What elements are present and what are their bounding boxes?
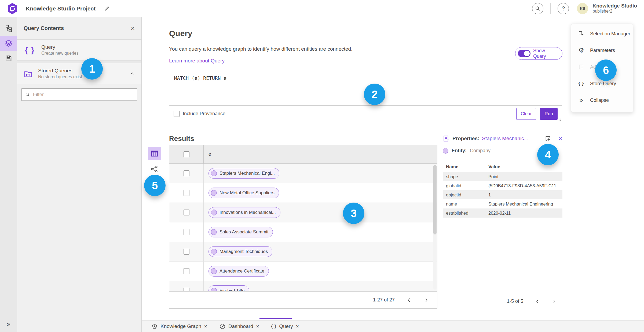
show-query-toggle[interactable]: Show Query (515, 47, 562, 60)
property-row[interactable]: name Staplers Mechanical Engineering (443, 199, 562, 208)
search-button[interactable] (532, 3, 543, 14)
tab-query[interactable]: { } Query ✕ (265, 320, 305, 332)
braces-icon: { } (24, 46, 36, 55)
tool-collapse[interactable]: » Collapse (571, 92, 633, 109)
entity-pill[interactable]: Firebird Title (208, 285, 249, 291)
add-to-artifact-icon (578, 64, 584, 70)
chevron-up-icon[interactable] (130, 71, 135, 76)
entity-pill[interactable]: Sales Associate Summit (208, 227, 273, 237)
table-row[interactable]: New Metal Office Suppliers (169, 183, 437, 203)
results-table-body: Staplers Mechanical Engi... New Metal Of… (169, 164, 437, 291)
query-contents-panel: Query Contents ✕ { } Query Create new qu… (17, 17, 142, 332)
tab-dashboard[interactable]: Dashboard ✕ (213, 320, 265, 332)
results-table: e Staplers Mechanical Engi... New Metal … (169, 145, 437, 309)
property-row[interactable]: shape Point (443, 172, 562, 181)
toggle-switch[interactable] (518, 50, 530, 57)
close-tab-icon[interactable]: ✕ (256, 324, 259, 329)
learn-more-link[interactable]: Learn more about Query (169, 58, 225, 64)
table-row[interactable]: Firebird Title (169, 281, 437, 291)
link-chart-view-button[interactable] (151, 165, 159, 173)
table-view-button[interactable] (148, 147, 161, 160)
close-tab-icon[interactable]: ✕ (296, 324, 299, 329)
filter-input[interactable] (33, 92, 134, 98)
close-tab-icon[interactable]: ✕ (204, 324, 207, 329)
entity-dot-icon (211, 288, 217, 291)
entity-label: Entity: (452, 148, 467, 154)
project-title: Knowledge Studio Project (26, 5, 96, 12)
properties-close-icon[interactable]: ✕ (558, 136, 562, 142)
top-bar: Knowledge Studio Project ? KS Knowledge … (0, 0, 644, 17)
row-checkbox[interactable] (184, 170, 189, 176)
edit-project-icon[interactable] (104, 5, 110, 12)
panel-item-query[interactable]: { } Query Create new queries (17, 40, 141, 61)
table-row[interactable]: Sales Associate Summit (169, 222, 437, 242)
annotation-badge-3: 3 (343, 203, 364, 224)
table-row[interactable]: Staplers Mechanical Engi... (169, 164, 437, 183)
results-table-header: e (169, 145, 437, 164)
braces-icon: { } (271, 324, 276, 329)
results-pagination: 1-27 of 27 (169, 291, 437, 308)
previous-page-icon[interactable] (407, 297, 412, 303)
panel-item-stored-queries[interactable]: Stored Queries No stored queries exist (17, 63, 141, 84)
avatar[interactable]: KS (577, 3, 588, 14)
property-name: globalid (443, 183, 488, 188)
rail-save-button[interactable] (0, 51, 17, 66)
entity-dot-icon (211, 268, 217, 274)
user-name: Knowledge Studio (592, 3, 637, 9)
help-button[interactable]: ? (558, 3, 569, 14)
panel-close-icon[interactable]: ✕ (130, 25, 135, 32)
clear-button[interactable]: Clear (516, 108, 536, 120)
row-checkbox[interactable] (184, 268, 189, 274)
next-page-icon[interactable] (552, 299, 557, 304)
table-row[interactable]: Attendance Certificate (169, 262, 437, 281)
property-name: established (443, 211, 488, 216)
entity-pill[interactable]: New Metal Office Suppliers (208, 188, 279, 198)
entity-pill[interactable]: Staplers Mechanical Engi... (208, 168, 279, 179)
run-button[interactable]: Run (540, 108, 558, 120)
page-description: You can query a knowledge graph to ident… (169, 46, 352, 52)
expand-rail-button[interactable]: » (6, 320, 10, 328)
row-checkbox[interactable] (184, 229, 189, 235)
app-logo-icon[interactable] (7, 3, 18, 14)
row-checkbox[interactable] (184, 249, 189, 255)
user-info[interactable]: Knowledge Studio publisher2 (592, 3, 637, 14)
tool-label: Selection Manager (590, 31, 630, 37)
entity-pill[interactable]: Innovations in Mechanical... (208, 207, 280, 218)
previous-page-icon[interactable] (535, 299, 540, 304)
property-row[interactable]: established 2020-02-11 (443, 208, 562, 218)
entity-pill[interactable]: Attendance Certificate (208, 266, 269, 277)
rail-data-model-button[interactable] (0, 21, 17, 36)
resize-handle[interactable] (558, 118, 561, 121)
table-row[interactable]: Managment Techniques (169, 242, 437, 262)
table-row[interactable]: Innovations in Mechanical... (169, 203, 437, 222)
property-value: Staplers Mechanical Engineering (488, 202, 562, 207)
stored-queries-folder-icon (24, 70, 33, 78)
tool-selection-manager[interactable]: Selection Manager (571, 25, 633, 42)
select-all-checkbox[interactable] (184, 151, 189, 157)
next-page-icon[interactable] (424, 297, 429, 303)
row-checkbox[interactable] (184, 190, 189, 196)
layers-icon (5, 39, 13, 47)
properties-entity-link[interactable]: Staplers Mechanic... (482, 136, 528, 141)
row-checkbox[interactable] (184, 210, 189, 215)
filter-search-icon (25, 92, 30, 97)
provenance-checkbox[interactable] (174, 111, 180, 117)
properties-icon (443, 135, 450, 142)
link-chart-icon (151, 165, 159, 173)
scrollbar-thumb[interactable] (433, 165, 437, 234)
tab-knowledge-graph[interactable]: Knowledge Graph ✕ (145, 320, 213, 332)
row-checkbox[interactable] (184, 288, 189, 291)
entity-pill[interactable]: Managment Techniques (208, 246, 272, 257)
entity-pill-label: Staplers Mechanical Engi... (219, 171, 275, 176)
results-scrollbar[interactable] (433, 165, 437, 290)
property-name: shape (443, 174, 488, 179)
add-to-artifact-icon[interactable] (545, 135, 551, 142)
toggle-knob (524, 51, 530, 56)
rail-layers-button[interactable] (0, 36, 17, 51)
properties-page-range: 1-5 of 5 (507, 299, 523, 304)
property-row[interactable]: globalid {5D9B4713-F98D-4A53-A59F-C11... (443, 181, 562, 190)
tool-parameters[interactable]: ⚙ Parameters (571, 42, 633, 59)
results-title: Results (169, 135, 194, 143)
property-row[interactable]: objectid 1 (443, 190, 562, 199)
entity-pill-label: New Metal Office Suppliers (219, 190, 275, 196)
